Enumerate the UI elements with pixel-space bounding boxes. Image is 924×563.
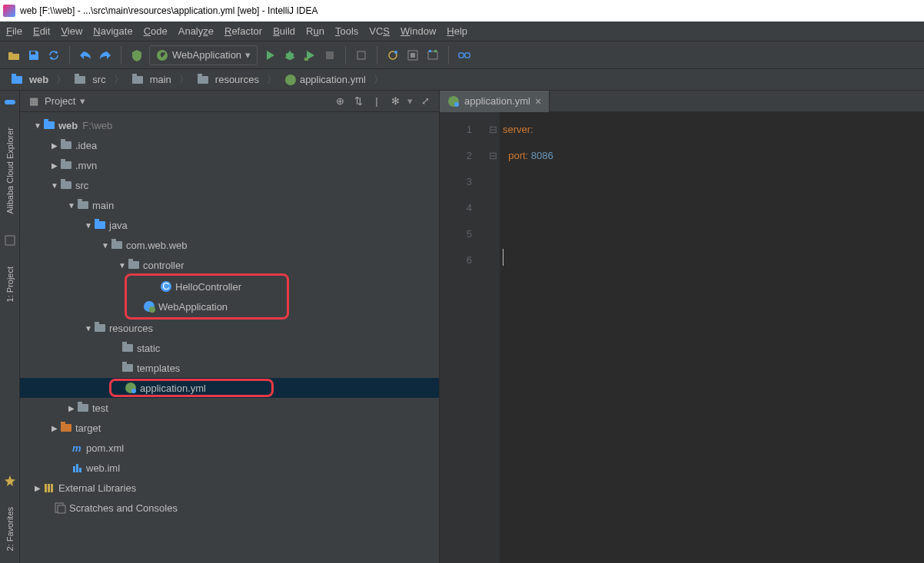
project-panel-header: ▦ Project ▾ ⊕ ⇅ | ✻ ▾ ⤢ — [20, 91, 439, 112]
crumb-file[interactable]: application.yml — [280, 72, 371, 88]
line-number: 3 — [440, 169, 472, 195]
chevron-right-icon[interactable]: ▶ — [49, 141, 60, 150]
tool-d-icon[interactable] — [457, 48, 472, 63]
chevron-down-icon[interactable]: ▼ — [66, 201, 77, 210]
node-label: java — [109, 220, 128, 231]
node-label: .mvn — [75, 160, 97, 171]
tree-scratches[interactable]: Scratches and Consoles — [20, 498, 439, 518]
undo-icon[interactable] — [78, 48, 93, 63]
project-tab-icon[interactable] — [4, 234, 16, 247]
save-icon[interactable] — [26, 48, 42, 63]
project-view-icon[interactable]: ▦ — [28, 95, 40, 108]
debug-icon[interactable] — [282, 48, 297, 63]
chevron-right-icon[interactable]: ▶ — [49, 424, 60, 432]
tool-b-icon[interactable] — [405, 48, 420, 63]
tree-main[interactable]: ▼main — [20, 195, 439, 215]
run-config-selector[interactable]: WebApplication ▾ — [149, 45, 258, 65]
chevron-right-icon: 〉 — [267, 73, 277, 87]
chevron-down-icon[interactable]: ▼ — [117, 261, 128, 270]
tool-c-icon[interactable] — [425, 48, 440, 63]
chevron-down-icon[interactable]: ▼ — [83, 221, 94, 230]
svg-rect-9 — [410, 53, 415, 58]
menu-tools[interactable]: Tools — [335, 25, 358, 37]
menu-refactor[interactable]: Refactor — [224, 25, 262, 37]
redo-icon[interactable] — [98, 48, 113, 63]
target-icon[interactable]: ⊕ — [334, 95, 346, 108]
rail-project[interactable]: 1: Project — [4, 262, 16, 306]
menu-analyze[interactable]: Analyze — [178, 25, 214, 37]
tool-a-icon[interactable] — [385, 48, 401, 63]
node-label: templates — [137, 363, 180, 374]
tree-static[interactable]: static — [20, 338, 439, 358]
chevron-down-icon[interactable]: ▼ — [32, 121, 43, 130]
autoscroll-icon[interactable]: ⇅ — [352, 95, 364, 108]
menu-view[interactable]: View — [61, 25, 82, 37]
dropdown-icon[interactable]: ▾ — [407, 95, 413, 107]
cloud-icon[interactable] — [4, 95, 16, 108]
svg-rect-10 — [428, 51, 437, 59]
tree-external-libraries[interactable]: ▶External Libraries — [20, 478, 439, 498]
code-area[interactable]: server: port: 8086 — [500, 112, 924, 563]
chevron-down-icon[interactable]: ▼ — [83, 324, 94, 333]
crumb-web[interactable]: web — [6, 72, 53, 87]
menu-code[interactable]: Code — [144, 25, 168, 37]
tree-idea[interactable]: ▶.idea — [20, 135, 439, 155]
tree-hello-controller[interactable]: CHelloController — [129, 277, 284, 296]
crumb-label: resources — [215, 74, 259, 85]
menu-window[interactable]: Window — [401, 25, 436, 37]
editor-body[interactable]: 1 2 3 4 5 6 ⊟ ⊟ server: port: 8086 — [440, 112, 924, 563]
menu-file[interactable]: File — [6, 25, 22, 37]
build-icon[interactable] — [129, 48, 145, 63]
hide-icon[interactable]: ⤢ — [419, 95, 431, 108]
tree-resources[interactable]: ▼resources — [20, 318, 439, 338]
tree-application-yml[interactable]: application.yml — [20, 378, 439, 398]
coverage-icon[interactable] — [302, 48, 317, 63]
chevron-right-icon[interactable]: ▶ — [49, 161, 60, 170]
dropdown-icon[interactable]: ▾ — [80, 95, 85, 107]
crumb-main[interactable]: main — [127, 72, 176, 87]
tree-controller[interactable]: ▼controller — [20, 255, 439, 275]
run-config-name: WebApplication — [172, 49, 241, 61]
tree-root[interactable]: ▼webF:\web — [20, 115, 439, 135]
text-caret — [503, 249, 504, 266]
chevron-down-icon[interactable]: ▼ — [100, 241, 111, 250]
tree-java[interactable]: ▼java — [20, 215, 439, 235]
star-icon[interactable] — [4, 475, 16, 487]
fold-icon[interactable]: ⊟ — [486, 117, 500, 143]
menu-vcs[interactable]: VCS — [369, 25, 390, 37]
fold-end-icon[interactable]: ⊟ — [486, 143, 500, 169]
sync-icon[interactable] — [46, 48, 61, 63]
tree-package[interactable]: ▼com.web.web — [20, 235, 439, 255]
menu-run[interactable]: Run — [306, 25, 324, 37]
chevron-right-icon[interactable]: ▶ — [32, 484, 43, 492]
rail-cloud-explorer[interactable]: Alibaba Cloud Explorer — [4, 123, 16, 219]
tree-src[interactable]: ▼src — [20, 175, 439, 195]
rail-favorites[interactable]: 2: Favorites — [4, 502, 16, 555]
chevron-down-icon[interactable]: ▼ — [49, 181, 60, 190]
chevron-right-icon[interactable]: ▶ — [66, 404, 77, 412]
menu-build[interactable]: Build — [273, 25, 295, 37]
tree-templates[interactable]: templates — [20, 358, 439, 378]
menubar: File Edit View Navigate Code Analyze Ref… — [0, 22, 924, 41]
tree-web-application[interactable]: WebApplication — [129, 296, 284, 316]
editor-tab-application-yml[interactable]: application.yml × — [440, 91, 550, 112]
run-icon[interactable] — [262, 48, 278, 63]
separator — [377, 46, 377, 65]
tree-mvn[interactable]: ▶.mvn — [20, 155, 439, 175]
svg-rect-16 — [5, 100, 15, 104]
profiler-icon[interactable] — [354, 48, 369, 63]
settings-gear-icon[interactable]: ✻ — [389, 95, 401, 108]
menu-navigate[interactable]: Navigate — [93, 25, 132, 37]
tree-iml[interactable]: web.iml — [20, 458, 439, 478]
close-icon[interactable]: × — [535, 95, 541, 108]
tree-test[interactable]: ▶test — [20, 398, 439, 418]
stop-icon[interactable] — [322, 48, 337, 63]
tree-target[interactable]: ▶target — [20, 418, 439, 438]
open-icon[interactable] — [6, 48, 22, 63]
crumb-resources[interactable]: resources — [192, 72, 264, 87]
menu-help[interactable]: Help — [447, 25, 467, 37]
line-number: 2 — [440, 143, 472, 169]
tree-pom[interactable]: mpom.xml — [20, 438, 439, 458]
crumb-src[interactable]: src — [69, 72, 110, 87]
menu-edit[interactable]: Edit — [33, 25, 50, 37]
